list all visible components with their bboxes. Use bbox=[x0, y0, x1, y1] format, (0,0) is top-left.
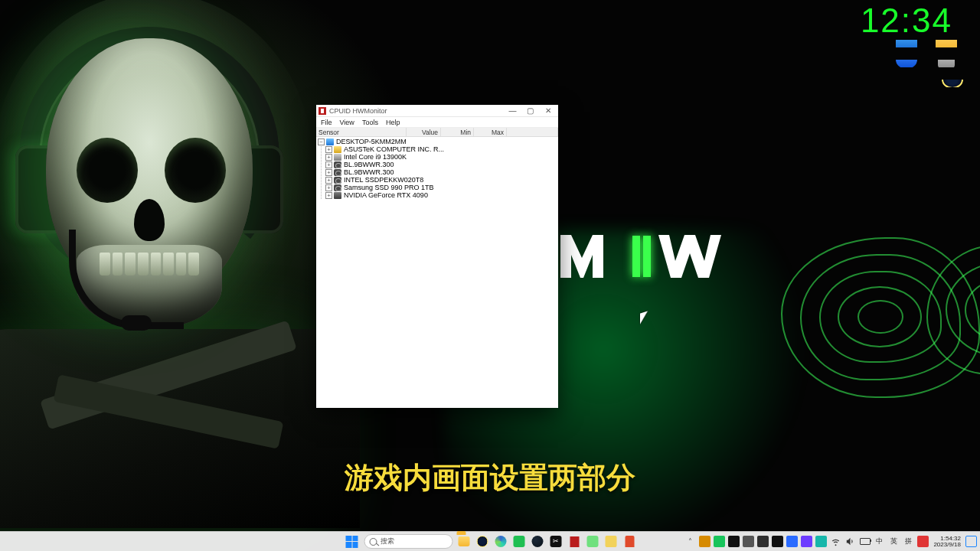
taskbar-app-wechat[interactable] bbox=[512, 534, 527, 549]
windows-logo-icon bbox=[346, 536, 358, 548]
system-tray: ˄ 中 英 拼 1:54:32 2023/9/18 bbox=[684, 532, 977, 551]
header-value[interactable]: Value bbox=[407, 128, 441, 136]
hwmonitor-icon bbox=[570, 536, 579, 547]
window-maximize-button[interactable]: ▢ bbox=[521, 106, 539, 116]
tree-expand-icon[interactable]: + bbox=[325, 184, 332, 191]
tray-notifications-icon[interactable] bbox=[965, 536, 977, 547]
app-icon bbox=[625, 536, 634, 547]
tree-node-cpu[interactable]: + Intel Core i9 13900K bbox=[318, 153, 557, 161]
uu-accelerator-icon bbox=[942, 80, 963, 87]
tree-node-label: INTEL SSDPEKKW020T8 bbox=[344, 176, 423, 184]
uu-icon bbox=[477, 536, 488, 547]
overlay-clock: 12:34 bbox=[861, 2, 952, 40]
taskbar-app-steam[interactable] bbox=[531, 534, 545, 549]
tray-nvidia-icon[interactable] bbox=[757, 536, 769, 547]
taskbar-app-explorer[interactable] bbox=[457, 534, 472, 549]
tray-app-icon[interactable] bbox=[714, 536, 725, 547]
desktop-icon-battlenet[interactable]: 暴雪战网 bbox=[891, 60, 922, 67]
hwmonitor-window[interactable]: CPUID HWMonitor — ▢ ✕ File View Tools He… bbox=[316, 105, 558, 408]
tree-expand-icon[interactable]: + bbox=[325, 192, 332, 199]
taskbar-app-generic-3[interactable] bbox=[622, 534, 637, 549]
tree-node-ssd-intel[interactable]: + INTEL SSDPEKKW020T8 bbox=[318, 176, 557, 184]
taskbar-app-uu[interactable] bbox=[475, 534, 490, 549]
taskbar-app-generic-1[interactable] bbox=[586, 534, 600, 549]
ssd-icon bbox=[334, 177, 341, 184]
motherboard-icon bbox=[334, 146, 341, 153]
hwmonitor-menubar: File View Tools Help bbox=[316, 117, 558, 128]
tree-expand-icon[interactable]: + bbox=[325, 161, 332, 168]
header-min[interactable]: Min bbox=[441, 128, 474, 136]
tree-node-memory-2[interactable]: + BL.9BWWR.300 bbox=[318, 168, 557, 176]
desktop-icon-folder-t[interactable]: T bbox=[931, 40, 962, 47]
menu-tools[interactable]: Tools bbox=[362, 119, 378, 126]
tray-app-icon[interactable] bbox=[815, 536, 827, 547]
video-subtitle: 游戏内画面设置两部分 bbox=[0, 458, 980, 497]
window-close-button[interactable]: ✕ bbox=[539, 106, 557, 116]
hwmonitor-titlebar[interactable]: CPUID HWMonitor — ▢ ✕ bbox=[316, 105, 558, 117]
tray-ime-language[interactable]: 中 bbox=[874, 536, 885, 546]
hwmonitor-sensor-tree: − DESKTOP-5KMM2MM + ASUSTeK COMPUTER INC… bbox=[316, 137, 558, 201]
tray-battery-icon[interactable] bbox=[859, 536, 871, 547]
tree-expand-icon[interactable]: + bbox=[325, 169, 332, 176]
taskbar-app-capcut[interactable]: ✂ bbox=[549, 534, 564, 549]
hwmonitor-app-icon bbox=[318, 107, 326, 115]
tray-app-icon[interactable] bbox=[728, 536, 740, 547]
folder-icon bbox=[936, 40, 957, 47]
memory-icon bbox=[334, 169, 341, 176]
desktop-icon-uu-accelerator[interactable]: 网易UU加速器 bbox=[937, 80, 968, 87]
desktop-icons-area: 此电脑 T 暴雪战网 回收站 网易UU加速器 bbox=[891, 40, 968, 87]
tree-node-gpu[interactable]: + NVIDIA GeForce RTX 4090 bbox=[318, 191, 557, 199]
tray-clock[interactable]: 1:54:32 2023/9/18 bbox=[932, 536, 962, 548]
tray-ime-mode[interactable]: 拼 bbox=[903, 536, 914, 546]
tree-node-label: BL.9BWWR.300 bbox=[344, 168, 394, 176]
header-max[interactable]: Max bbox=[474, 128, 507, 136]
tray-app-icon[interactable] bbox=[772, 536, 783, 547]
header-spacer bbox=[507, 128, 558, 136]
monitor-icon bbox=[896, 40, 917, 47]
tree-node-label: Samsung SSD 990 PRO 1TB bbox=[344, 184, 434, 191]
desktop-icon-recycle-bin[interactable]: 回收站 bbox=[931, 60, 962, 67]
tree-node-computer[interactable]: − DESKTOP-5KMM2MM bbox=[318, 138, 557, 145]
tray-app-icon[interactable] bbox=[801, 536, 812, 547]
tray-app-icon[interactable] bbox=[743, 536, 754, 547]
search-icon bbox=[370, 538, 377, 546]
capcut-icon: ✂ bbox=[550, 536, 562, 547]
tree-collapse-icon[interactable]: − bbox=[318, 139, 325, 145]
taskbar-search[interactable]: 搜索 bbox=[364, 534, 453, 549]
menu-help[interactable]: Help bbox=[386, 119, 400, 126]
menu-file[interactable]: File bbox=[321, 119, 332, 126]
memory-icon bbox=[334, 161, 341, 168]
menu-view[interactable]: View bbox=[340, 119, 354, 126]
tree-expand-icon[interactable]: + bbox=[325, 177, 332, 184]
wallpaper-ghost-figure bbox=[0, 0, 322, 444]
tray-chevron-up-icon[interactable]: ˄ bbox=[684, 536, 696, 547]
taskbar-app-generic-2[interactable] bbox=[604, 534, 619, 549]
taskbar-app-hwmonitor[interactable] bbox=[567, 534, 582, 549]
ssd-icon bbox=[334, 184, 341, 191]
start-button[interactable] bbox=[344, 533, 361, 550]
gpu-icon bbox=[334, 192, 341, 199]
tree-expand-icon[interactable]: + bbox=[325, 154, 332, 161]
tray-volume-icon[interactable] bbox=[844, 536, 856, 547]
tree-node-motherboard[interactable]: + ASUSTeK COMPUTER INC. R... bbox=[318, 145, 557, 153]
tree-node-memory-1[interactable]: + BL.9BWWR.300 bbox=[318, 161, 557, 168]
tree-node-ssd-samsung[interactable]: + Samsung SSD 990 PRO 1TB bbox=[318, 184, 557, 191]
window-minimize-button[interactable]: — bbox=[504, 106, 521, 116]
battlenet-icon bbox=[896, 60, 917, 67]
wallpaper-mw2-logo bbox=[560, 233, 735, 279]
tray-date: 2023/9/18 bbox=[933, 542, 961, 548]
tree-expand-icon[interactable]: + bbox=[325, 146, 332, 153]
recycle-bin-icon bbox=[938, 60, 955, 67]
desktop-icon-this-pc[interactable]: 此电脑 bbox=[891, 40, 922, 47]
header-sensor[interactable]: Sensor bbox=[316, 128, 407, 136]
tray-ime-language[interactable]: 英 bbox=[888, 536, 900, 546]
hwmonitor-title: CPUID HWMonitor bbox=[329, 107, 504, 115]
edge-icon bbox=[495, 536, 507, 547]
tray-app-icon[interactable] bbox=[786, 536, 798, 547]
taskbar-app-edge[interactable] bbox=[494, 534, 508, 549]
tray-app-icon[interactable] bbox=[699, 536, 710, 547]
notes-icon bbox=[606, 536, 617, 547]
folder-icon bbox=[459, 536, 470, 546]
tray-wifi-icon[interactable] bbox=[830, 536, 841, 547]
tray-app-icon[interactable] bbox=[917, 536, 929, 547]
